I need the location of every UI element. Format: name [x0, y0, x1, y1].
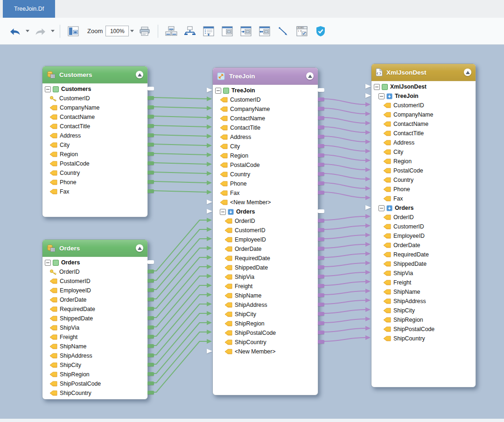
tree-row-phone[interactable]: Phone — [371, 185, 476, 194]
tree-row-country[interactable]: Country — [42, 168, 147, 178]
connection-line[interactable] — [324, 173, 365, 179]
output-port[interactable] — [318, 191, 324, 194]
tree-row-shipaddress[interactable]: ShipAddress — [213, 300, 318, 310]
connection-line[interactable] — [324, 244, 365, 248]
tree-row-contactname[interactable]: ContactName — [371, 119, 476, 129]
connection-line[interactable] — [154, 97, 207, 99]
tree-row-shipcity[interactable]: ShipCity — [42, 360, 147, 370]
tree-row-xmljsondest[interactable]: XmlJsonDest — [371, 82, 476, 91]
connection-line[interactable] — [324, 272, 365, 276]
expand-nodes-button[interactable] — [200, 24, 217, 39]
tree-row-address[interactable]: Address — [213, 132, 318, 142]
output-port[interactable] — [318, 97, 324, 101]
input-port[interactable] — [207, 88, 212, 92]
output-port[interactable] — [147, 105, 154, 109]
tree-row-shipregion[interactable]: ShipRegion — [213, 319, 318, 328]
tree-row-shipvia[interactable]: ShipVia — [42, 323, 147, 332]
output-port[interactable] — [147, 152, 154, 156]
tree-row-shipcountry[interactable]: ShipCountry — [42, 388, 147, 398]
output-port[interactable] — [147, 325, 154, 329]
tree-row-customerid[interactable]: CustomerID — [42, 94, 147, 103]
connection-line[interactable] — [324, 338, 365, 341]
output-port[interactable] — [318, 116, 324, 120]
tree-row-fax[interactable]: Fax — [213, 188, 318, 198]
tree-row-orders[interactable]: Orders — [213, 207, 318, 216]
zoom-combo[interactable]: 100% — [105, 26, 129, 36]
connection-line[interactable] — [324, 164, 365, 170]
node-header-customers[interactable]: Customers — [42, 66, 147, 83]
connection-line[interactable] — [324, 99, 365, 104]
output-port[interactable] — [147, 391, 154, 394]
connection-line[interactable] — [324, 291, 365, 295]
connection-line[interactable] — [324, 155, 365, 160]
tree-row-customerid[interactable]: CustomerID — [371, 101, 476, 110]
undo-button[interactable] — [7, 24, 23, 39]
tree-row-shippostalcode[interactable]: ShipPostalCode — [371, 325, 476, 334]
tree-row-shipcity[interactable]: ShipCity — [371, 306, 476, 315]
node-treejoin[interactable]: TreeJoinTreeJoinCustomerIDCompanyNameCon… — [212, 67, 318, 395]
output-port[interactable] — [318, 303, 324, 306]
connection-line[interactable] — [324, 328, 365, 332]
tree-row-contacttitle[interactable]: ContactTitle — [371, 129, 476, 138]
connection-line[interactable] — [324, 226, 365, 229]
connection-line[interactable] — [154, 181, 207, 183]
tree-row-employeeid[interactable]: EmployeeID — [213, 235, 318, 244]
connection-line[interactable] — [154, 229, 207, 280]
tree-row-shipcountry[interactable]: ShipCountry — [213, 338, 318, 347]
tree-row-freight[interactable]: Freight — [213, 282, 318, 291]
output-port[interactable] — [318, 275, 324, 278]
connection-line[interactable] — [154, 220, 207, 271]
tree-row-customers[interactable]: Customers — [42, 84, 147, 94]
tree-layout-button[interactable] — [182, 24, 198, 39]
tree-row-orderdate[interactable]: OrderDate — [213, 244, 318, 254]
expander-minus-icon[interactable] — [378, 205, 385, 211]
tree-row-contacttitle[interactable]: ContactTitle — [42, 122, 147, 131]
dataflow-canvas[interactable]: CustomersCustomersCustomerIDCompanyNameC… — [0, 45, 504, 419]
connection-line[interactable] — [324, 192, 365, 198]
preview-panel-button[interactable] — [219, 24, 236, 39]
tree-row-postalcode[interactable]: PostalCode — [213, 160, 318, 170]
tree-row-region[interactable]: Region — [42, 150, 147, 159]
tree-row-shipname[interactable]: ShipName — [213, 291, 318, 300]
connection-line[interactable] — [324, 145, 365, 151]
input-port[interactable] — [207, 349, 212, 353]
connection-line[interactable] — [154, 191, 207, 192]
connection-line[interactable] — [154, 172, 207, 173]
panel-swap-button[interactable] — [256, 24, 273, 39]
tree-row-customerid[interactable]: CustomerID — [371, 222, 476, 231]
connection-line[interactable] — [324, 216, 365, 220]
tree-row-newmember[interactable]: <New Member> — [213, 198, 318, 207]
connection-line[interactable] — [154, 107, 207, 108]
tree-row-fax[interactable]: Fax — [371, 194, 476, 203]
output-port[interactable] — [147, 180, 154, 184]
output-port[interactable] — [318, 228, 324, 232]
tree-row-country[interactable]: Country — [213, 170, 318, 179]
tree-row-companyname[interactable]: CompanyName — [371, 110, 476, 119]
tree-row-orderid[interactable]: OrderID — [371, 213, 476, 222]
connection-line[interactable] — [324, 254, 365, 257]
output-port[interactable] — [147, 260, 154, 264]
tree-row-city[interactable]: City — [213, 142, 318, 151]
redo-button[interactable] — [32, 24, 49, 39]
output-port[interactable] — [318, 256, 324, 260]
output-port[interactable] — [318, 107, 324, 111]
tree-row-postalcode[interactable]: PostalCode — [42, 159, 147, 168]
tree-row-customerid[interactable]: CustomerID — [42, 277, 147, 286]
output-port[interactable] — [318, 144, 324, 148]
collapse-button[interactable] — [136, 244, 143, 252]
connection-line[interactable] — [324, 136, 365, 142]
output-port[interactable] — [318, 163, 324, 166]
tree-row-address[interactable]: Address — [371, 138, 476, 147]
tree-row-shipname[interactable]: ShipName — [42, 342, 147, 351]
tree-row-orderdate[interactable]: OrderDate — [42, 295, 147, 304]
output-port[interactable] — [147, 189, 154, 193]
tree-row-contactname[interactable]: ContactName — [213, 114, 318, 123]
output-port[interactable] — [318, 125, 324, 129]
tree-row-shippostalcode[interactable]: ShipPostalCode — [213, 328, 318, 338]
tab-treejoin-df[interactable]: TreeJoin.Df — [3, 0, 55, 18]
tree-row-contacttitle[interactable]: ContactTitle — [213, 123, 318, 132]
output-port[interactable] — [147, 307, 154, 311]
tree-row-newmember[interactable]: <New Member> — [213, 347, 318, 356]
tree-row-shipvia[interactable]: ShipVia — [371, 269, 476, 278]
node-header-xmljsondest[interactable]: XmlJsonDest — [371, 64, 476, 81]
